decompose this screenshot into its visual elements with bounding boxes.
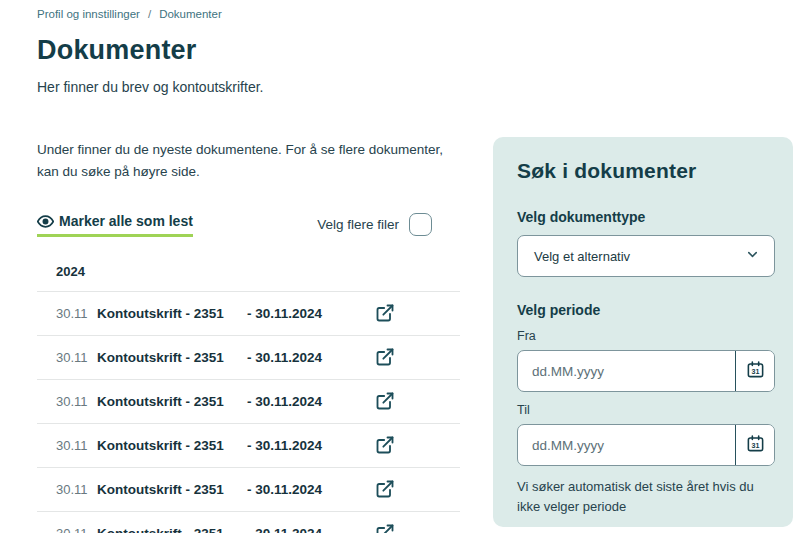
documents-intro-text: Under finner du de nyeste dokumentene. F… (37, 139, 457, 184)
select-multiple-files: Velg flere filer (317, 213, 432, 236)
document-type-select[interactable]: Velg et alternativ (517, 235, 775, 277)
document-type-label: Velg dokumenttype (517, 209, 775, 225)
breadcrumb: Profil og innstillinger / Dokumenter (37, 8, 460, 20)
to-calendar-button[interactable]: 31 (735, 425, 774, 465)
document-period: - 30.11.2024 (247, 350, 322, 365)
document-title: Kontoutskrift - 2351 (97, 526, 247, 533)
document-period: - 30.11.2024 (247, 306, 322, 321)
calendar-icon: 31 (746, 360, 765, 382)
document-period: - 30.11.2024 (247, 394, 322, 409)
document-type-selected-value: Velg et alternativ (534, 249, 745, 264)
svg-text:31: 31 (751, 368, 759, 376)
from-date-field: 31 (517, 350, 775, 392)
document-list: 30.11 Kontoutskrift - 2351 - 30.11.2024 … (37, 291, 460, 533)
document-period: - 30.11.2024 (247, 482, 322, 497)
from-date-input[interactable] (518, 351, 735, 391)
external-link-icon[interactable] (375, 435, 395, 455)
page-title: Dokumenter (37, 35, 460, 66)
from-calendar-button[interactable]: 31 (735, 351, 774, 391)
from-label: Fra (517, 329, 775, 343)
document-date: 30.11 (56, 438, 97, 453)
year-heading: 2024 (56, 264, 460, 279)
breadcrumb-separator: / (148, 8, 151, 20)
document-title: Kontoutskrift - 2351 (97, 438, 247, 453)
document-date: 30.11 (56, 526, 97, 533)
external-link-icon[interactable] (375, 391, 395, 411)
document-date: 30.11 (56, 394, 97, 409)
external-link-icon[interactable] (375, 479, 395, 499)
document-row[interactable]: 30.11 Kontoutskrift - 2351 - 30.11.2024 (37, 291, 460, 335)
document-row[interactable]: 30.11 Kontoutskrift - 2351 - 30.11.2024 (37, 511, 460, 533)
search-panel: Søk i dokumenter Velg dokumenttype Velg … (493, 137, 793, 527)
document-row[interactable]: 30.11 Kontoutskrift - 2351 - 30.11.2024 (37, 467, 460, 511)
calendar-icon: 31 (746, 434, 765, 456)
auto-period-helper-text: Vi søker automatisk det siste året hvis … (517, 477, 767, 517)
document-row[interactable]: 30.11 Kontoutskrift - 2351 - 30.11.2024 (37, 423, 460, 467)
documents-page: Profil og innstillinger / Dokumenter Dok… (0, 0, 800, 533)
document-row[interactable]: 30.11 Kontoutskrift - 2351 - 30.11.2024 (37, 335, 460, 379)
document-title: Kontoutskrift - 2351 (97, 306, 247, 321)
mark-all-read-link[interactable]: Marker alle som lest (37, 213, 193, 237)
period-label: Velg periode (517, 302, 775, 318)
to-date-input[interactable] (518, 425, 735, 465)
select-files-label: Velg flere filer (317, 217, 399, 232)
document-date: 30.11 (56, 482, 97, 497)
external-link-icon[interactable] (375, 523, 395, 533)
eye-icon (37, 213, 54, 230)
document-date: 30.11 (56, 350, 97, 365)
svg-text:31: 31 (751, 442, 759, 450)
document-title: Kontoutskrift - 2351 (97, 350, 247, 365)
document-title: Kontoutskrift - 2351 (97, 394, 247, 409)
page-subtitle: Her finner du brev og kontoutskrifter. (37, 79, 460, 95)
select-files-checkbox[interactable] (409, 213, 432, 236)
search-panel-title: Søk i dokumenter (517, 159, 775, 183)
document-title: Kontoutskrift - 2351 (97, 482, 247, 497)
to-label: Til (517, 403, 775, 417)
chevron-down-icon (745, 247, 760, 266)
breadcrumb-dokumenter[interactable]: Dokumenter (159, 8, 222, 20)
list-controls: Marker alle som lest Velg flere filer (37, 213, 460, 237)
document-row[interactable]: 30.11 Kontoutskrift - 2351 - 30.11.2024 (37, 379, 460, 423)
document-period: - 30.11.2024 (247, 438, 322, 453)
document-date: 30.11 (56, 306, 97, 321)
external-link-icon[interactable] (375, 347, 395, 367)
external-link-icon[interactable] (375, 303, 395, 323)
main-content: Profil og innstillinger / Dokumenter Dok… (37, 8, 460, 533)
breadcrumb-profil-og-innstillinger[interactable]: Profil og innstillinger (37, 8, 140, 20)
document-period: - 30.11.2024 (247, 526, 322, 533)
to-date-field: 31 (517, 424, 775, 466)
mark-all-read-label: Marker alle som lest (59, 213, 193, 229)
